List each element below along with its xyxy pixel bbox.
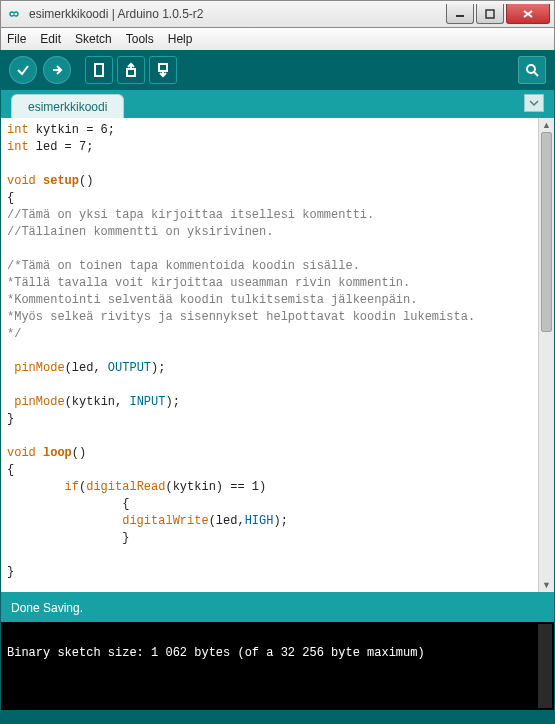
code-token (36, 174, 43, 188)
code-token: ); (273, 514, 287, 528)
code-token: ); (151, 361, 165, 375)
scroll-down-icon[interactable]: ▼ (539, 578, 554, 592)
open-button[interactable] (117, 56, 145, 84)
code-token: setup (43, 174, 79, 188)
code-token: (led, (65, 361, 108, 375)
verify-button[interactable] (9, 56, 37, 84)
code-token: () (79, 174, 93, 188)
code-token: OUTPUT (108, 361, 151, 375)
code-editor[interactable]: int kytkin = 6; int led = 7; void setup(… (1, 118, 538, 592)
tab-menu-button[interactable] (524, 94, 544, 112)
arrow-up-icon (123, 62, 139, 78)
code-token: } (7, 565, 14, 579)
maximize-button[interactable] (476, 4, 504, 24)
menu-tools[interactable]: Tools (126, 32, 154, 46)
code-token: kytkin = 6; (29, 123, 115, 137)
code-token: int (7, 123, 29, 137)
minimize-button[interactable] (446, 4, 474, 24)
svg-rect-6 (159, 64, 167, 71)
window-titlebar: esimerkkikoodi | Arduino 1.0.5-r2 (0, 0, 555, 28)
window-buttons (444, 4, 550, 24)
scroll-thumb[interactable] (541, 132, 552, 332)
file-icon (91, 62, 107, 78)
code-token: (led, (209, 514, 245, 528)
svg-line-8 (534, 72, 538, 76)
code-token: INPUT (129, 395, 165, 409)
code-token: { (7, 191, 14, 205)
code-token: *Tällä tavalla voit kirjoittaa useamman … (7, 276, 410, 290)
code-token: HIGH (245, 514, 274, 528)
menu-bar: File Edit Sketch Tools Help (0, 28, 555, 50)
status-text: Done Saving. (11, 601, 83, 615)
arrow-down-icon (155, 62, 171, 78)
code-token (7, 480, 65, 494)
code-token: /*Tämä on toinen tapa kommentoida koodin… (7, 259, 360, 273)
footer-bar (0, 710, 555, 724)
code-token: //Tällainen kommentti on yksirivinen. (7, 225, 273, 239)
code-token: int (7, 140, 29, 154)
close-button[interactable] (506, 4, 550, 24)
code-token: (kytkin) == 1) (165, 480, 266, 494)
code-token (7, 514, 122, 528)
tab-bar: esimerkkikoodi (0, 90, 555, 118)
editor-scrollbar[interactable]: ▲ ▼ (538, 118, 554, 592)
console-line: Binary sketch size: 1 062 bytes (of a 32… (7, 646, 425, 660)
code-token: digitalWrite (122, 514, 208, 528)
save-button[interactable] (149, 56, 177, 84)
menu-edit[interactable]: Edit (40, 32, 61, 46)
menu-help[interactable]: Help (168, 32, 193, 46)
code-token: led = 7; (29, 140, 94, 154)
code-token: pinMode (14, 361, 64, 375)
menu-sketch[interactable]: Sketch (75, 32, 112, 46)
code-token: void (7, 446, 36, 460)
chevron-down-icon (529, 99, 539, 107)
code-token: { (7, 463, 14, 477)
code-token (36, 446, 43, 460)
console-scrollbar[interactable] (538, 624, 552, 708)
arduino-icon (7, 6, 23, 22)
magnifier-icon (524, 62, 540, 78)
status-bar: Done Saving. (0, 596, 555, 622)
svg-rect-1 (486, 10, 494, 18)
code-token: } (7, 412, 14, 426)
code-token: ); (165, 395, 179, 409)
serial-monitor-button[interactable] (518, 56, 546, 84)
code-token: *Kommentointi selventää koodin tulkitsem… (7, 293, 417, 307)
svg-rect-5 (127, 69, 135, 76)
new-button[interactable] (85, 56, 113, 84)
toolbar (0, 50, 555, 90)
code-token: } (7, 531, 129, 545)
svg-point-7 (527, 65, 535, 73)
code-token: *Myös selkeä rivitys ja sisennykset help… (7, 310, 475, 324)
code-token: (kytkin, (65, 395, 130, 409)
code-token: pinMode (14, 395, 64, 409)
upload-button[interactable] (43, 56, 71, 84)
code-token: //Tämä on yksi tapa kirjoittaa itsellesi… (7, 208, 374, 222)
scroll-up-icon[interactable]: ▲ (539, 118, 554, 132)
code-token: void (7, 174, 36, 188)
code-token: if (65, 480, 79, 494)
check-icon (15, 62, 31, 78)
arrow-right-icon (49, 62, 65, 78)
output-console[interactable]: Binary sketch size: 1 062 bytes (of a 32… (0, 622, 555, 710)
code-token: () (72, 446, 86, 460)
menu-file[interactable]: File (7, 32, 26, 46)
code-token: { (7, 497, 129, 511)
window-title: esimerkkikoodi | Arduino 1.0.5-r2 (29, 7, 444, 21)
code-token: */ (7, 327, 21, 341)
editor-area: int kytkin = 6; int led = 7; void setup(… (0, 118, 555, 592)
code-token: digitalRead (86, 480, 165, 494)
code-token: loop (43, 446, 72, 460)
svg-rect-4 (95, 64, 103, 76)
tab-active[interactable]: esimerkkikoodi (11, 94, 124, 118)
